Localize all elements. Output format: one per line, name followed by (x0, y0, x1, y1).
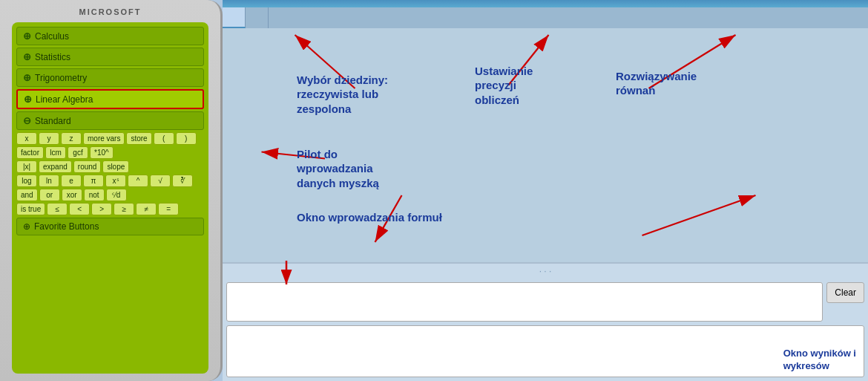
plus-icon: ⊕ (23, 72, 31, 83)
btn-xpow[interactable]: xˢ (105, 175, 126, 187)
btn-xor[interactable]: xor (62, 189, 82, 201)
btn-pow[interactable]: ^ (128, 175, 148, 187)
plus-icon: ⊕ (23, 221, 30, 232)
phone-panel: Microsoft ⊕ Calculus ⊕ Statistics ⊕ Trig… (0, 0, 223, 381)
top-bar (223, 0, 868, 7)
btn-not[interactable]: not (84, 189, 105, 201)
main-panel: Wybór dziedziny: rzeczywista lub zespolo… (223, 0, 868, 381)
plus-icon: ⊕ (23, 30, 31, 42)
result-area: Okno wyników i wykresów (226, 325, 864, 377)
button-row-5: and or xor not ᶜ⁄d (16, 189, 204, 201)
tab-2[interactable] (246, 7, 269, 28)
btn-expand[interactable]: expand (39, 160, 72, 173)
btn-log[interactable]: log (16, 175, 37, 187)
btn-gcf[interactable]: gcf (68, 146, 88, 159)
btn-lt[interactable]: < (69, 203, 90, 215)
formula-area: · · · Clear Okno wyników i wykresów (223, 262, 868, 381)
svg-line-6 (642, 195, 756, 235)
btn-open-paren[interactable]: ( (154, 132, 174, 145)
menu-item-standard[interactable]: ⊖ Standard (16, 111, 204, 130)
phone-screen: ⊕ Calculus ⊕ Statistics ⊕ Trigonometry ⊕… (12, 22, 208, 374)
btn-slope[interactable]: slope (102, 160, 129, 173)
btn-istrue[interactable]: is true (16, 203, 45, 215)
btn-cd[interactable]: ᶜ⁄d (106, 189, 127, 201)
button-row-2: factor lcm gcf *10^ (16, 146, 204, 159)
menu-item-favorite[interactable]: ⊕ Favorite Buttons (16, 218, 204, 235)
annotation-ustawianie: Ustawianie precyzji obliczeń (475, 49, 533, 107)
btn-gt[interactable]: > (91, 203, 112, 215)
menu-label-calculus: Calculus (35, 31, 69, 42)
menu-label-favorite: Favorite Buttons (34, 221, 99, 232)
btn-eq[interactable]: = (158, 203, 179, 215)
formula-dots: · · · (223, 264, 868, 279)
btn-abs[interactable]: |x| (16, 160, 37, 173)
formula-content: Clear (223, 279, 868, 325)
minus-icon: ⊖ (23, 115, 31, 126)
plus-icon: ⊕ (23, 51, 31, 62)
menu-item-trigonometry[interactable]: ⊕ Trigonometry (16, 68, 204, 87)
button-row-6: is true ≤ < > ≥ ≠ = (16, 203, 204, 215)
menu-label-trigonometry: Trigonometry (35, 73, 87, 83)
btn-more-vars[interactable]: more vars (83, 132, 125, 145)
menu-item-linear-algebra[interactable]: ⊕ Linear Algebra (16, 89, 204, 109)
btn-leq[interactable]: ≤ (47, 203, 68, 215)
btn-y[interactable]: y (39, 132, 59, 145)
btn-geq[interactable]: ≥ (114, 203, 134, 215)
btn-pi[interactable]: π (83, 175, 104, 187)
btn-close-paren[interactable]: ) (176, 132, 197, 145)
btn-cbrt[interactable]: ∛ (172, 175, 193, 187)
menu-item-statistics[interactable]: ⊕ Statistics (16, 48, 204, 66)
clear-button[interactable]: Clear (826, 282, 864, 303)
menu-label-standard: Standard (35, 116, 71, 126)
menu-item-calculus[interactable]: ⊕ Calculus (16, 27, 204, 45)
formula-input-box[interactable] (226, 282, 823, 322)
annotation-wybor: Wybór dziedziny: rzeczywista lub zespolo… (297, 58, 388, 116)
tab-bar (223, 7, 868, 28)
btn-z[interactable]: z (61, 132, 82, 145)
btn-and[interactable]: and (16, 189, 38, 201)
button-row-4: log ln e π xˢ ^ √ ∛ (16, 175, 204, 187)
menu-label-statistics: Statistics (35, 52, 70, 62)
btn-neq[interactable]: ≠ (136, 203, 157, 215)
btn-store[interactable]: store (126, 132, 151, 145)
annotation-okno-formul: Okno wprowadzania formuł (297, 195, 442, 224)
annotation-area: Wybór dziedziny: rzeczywista lub zespolo… (223, 28, 868, 262)
plus-icon: ⊕ (24, 94, 32, 105)
annotation-pilot: Pilot do wprowadzania danych myszką (297, 132, 379, 190)
btn-10pow[interactable]: *10^ (90, 146, 114, 159)
menu-label-linear-algebra: Linear Algebra (36, 94, 93, 105)
button-row-1: x y z more vars store ( ) (16, 132, 204, 145)
btn-round[interactable]: round (73, 160, 102, 173)
btn-e[interactable]: e (61, 175, 82, 187)
tab-active[interactable] (223, 7, 246, 28)
button-row-3: |x| expand round slope (16, 160, 204, 173)
btn-ln[interactable]: ln (39, 175, 59, 187)
phone-brand: Microsoft (79, 7, 142, 16)
btn-factor[interactable]: factor (16, 146, 44, 159)
btn-or[interactable]: or (39, 189, 60, 201)
annotation-rozwiazywanie: Rozwiązywanie równań (616, 54, 697, 98)
btn-x[interactable]: x (16, 132, 37, 145)
annotation-okno-wynikow: Okno wyników i wykresów (783, 335, 856, 373)
btn-lcm[interactable]: lcm (45, 146, 66, 159)
btn-sqrt[interactable]: √ (150, 175, 171, 187)
